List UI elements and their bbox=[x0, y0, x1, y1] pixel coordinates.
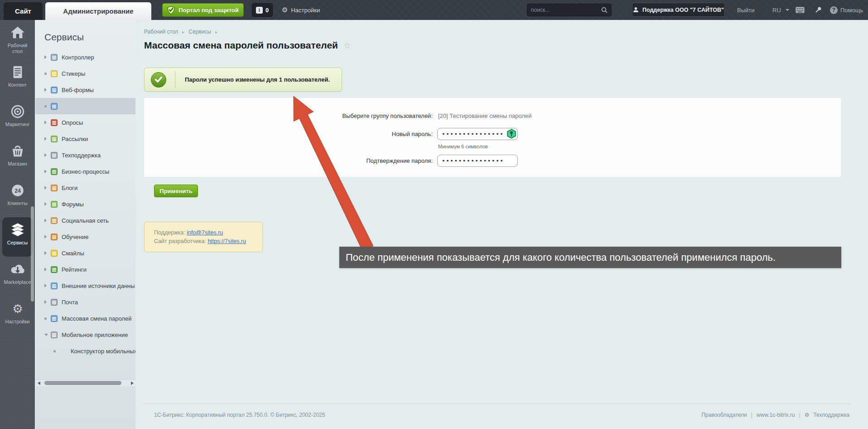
search-icon[interactable] bbox=[601, 7, 608, 13]
tree-marker-icon[interactable] bbox=[44, 235, 51, 239]
sidebar-item[interactable]: Веб-формы bbox=[35, 82, 135, 98]
desktop-icon bbox=[10, 24, 25, 41]
sidebar-item[interactable]: Форумы bbox=[35, 196, 135, 212]
new-password-input[interactable] bbox=[437, 128, 518, 140]
rail-item[interactable]: Магазин bbox=[2, 138, 33, 178]
sidebar-item[interactable]: Рассылки bbox=[35, 131, 135, 147]
user-icon bbox=[633, 7, 639, 13]
notifications-counter[interactable]: i 0 bbox=[252, 3, 273, 17]
tree-marker-icon[interactable] bbox=[44, 219, 51, 222]
sidebar-item[interactable]: Конструктор мобильных пр bbox=[35, 343, 135, 359]
scroll-left-arrow-icon[interactable] bbox=[38, 381, 40, 385]
topbar-settings-button[interactable]: ⚙ Настройки bbox=[282, 0, 320, 20]
module-rail: Рабочий стол Контент Маркетинг Магазин 2… bbox=[0, 20, 35, 429]
sidebar-item[interactable]: Внешние источники данны bbox=[35, 278, 135, 294]
rail-item[interactable]: Маркетинг bbox=[2, 99, 33, 138]
confirm-password-input[interactable] bbox=[437, 155, 518, 167]
password-generator-icon[interactable] bbox=[506, 129, 516, 139]
sidebar-item[interactable]: Обучение bbox=[35, 229, 135, 245]
tree-marker-icon[interactable] bbox=[44, 88, 51, 92]
sidebar-item[interactable]: Социальная сеть bbox=[35, 212, 135, 229]
mobile-app-icon bbox=[51, 332, 58, 338]
sidebar-item[interactable]: Смайлы bbox=[35, 245, 135, 261]
rail-item[interactable]: 24 Клиенты bbox=[2, 178, 33, 217]
alert-divider bbox=[175, 71, 175, 88]
logout-link[interactable]: Выйти bbox=[737, 0, 755, 20]
breadcrumb-desktop[interactable]: Рабочий стол bbox=[144, 29, 178, 35]
tree-marker-icon[interactable] bbox=[44, 153, 51, 157]
keyboard-layout-button[interactable] bbox=[796, 0, 805, 20]
shield-check-icon bbox=[167, 6, 175, 15]
sidebar-item[interactable]: Техподдержка bbox=[35, 147, 135, 163]
favorite-star-icon[interactable]: ☆ bbox=[343, 40, 351, 51]
sidebar-item[interactable]: Контроллер bbox=[35, 49, 135, 65]
sidebar-item[interactable]: Стикеры bbox=[35, 65, 135, 82]
breadcrumb-services[interactable]: Сервисы bbox=[188, 29, 211, 35]
tree-marker-icon[interactable] bbox=[44, 55, 51, 59]
sidebar-title: Сервисы bbox=[44, 32, 135, 43]
scrollbar-thumb[interactable] bbox=[44, 381, 121, 385]
tree-marker-icon[interactable] bbox=[44, 284, 51, 288]
tech-support-icon bbox=[51, 152, 58, 159]
tree-marker-icon[interactable] bbox=[44, 317, 51, 320]
rail-item[interactable]: Контент bbox=[2, 59, 33, 99]
smiles-icon bbox=[51, 250, 58, 257]
sidebar-item[interactable]: Почта bbox=[35, 294, 135, 310]
scroll-right-arrow-icon[interactable] bbox=[131, 381, 134, 385]
sidebar-item[interactable]: Бизнес-процессы bbox=[35, 163, 135, 180]
social-network-icon bbox=[51, 217, 58, 224]
services-menu: Сервисы Контроллер Стикеры Веб-формы bbox=[35, 20, 135, 429]
tree-marker-icon[interactable] bbox=[53, 350, 60, 352]
rail-item[interactable]: Marketplace bbox=[2, 257, 33, 296]
bitrix-site-link[interactable]: www.1c-bitrix.ru bbox=[757, 412, 795, 418]
pin-panel-button[interactable] bbox=[815, 0, 822, 20]
tree-marker-icon[interactable] bbox=[44, 73, 51, 75]
rights-link[interactable]: Правообладатели bbox=[701, 412, 747, 418]
breadcrumb-separator-icon: ▸ bbox=[182, 29, 184, 34]
rail-item[interactable]: Сервисы bbox=[2, 217, 33, 257]
sidebar-item[interactable]: Массовая смена паролей bbox=[35, 310, 135, 327]
developer-site-link[interactable]: https://7sites.ru bbox=[207, 238, 246, 244]
help-button[interactable]: ? Помощь bbox=[830, 0, 863, 20]
sidebar-vertical-scrollbar-thumb[interactable] bbox=[31, 206, 34, 302]
apply-button[interactable]: Применить bbox=[154, 185, 198, 197]
tree-marker-icon[interactable] bbox=[44, 121, 51, 124]
sidebar-item[interactable] bbox=[35, 98, 135, 114]
tree-marker-icon[interactable] bbox=[44, 251, 51, 255]
current-user-button[interactable]: Поддержка ООО "7 САЙТОВ" bbox=[632, 3, 725, 17]
tree-marker-icon[interactable] bbox=[44, 137, 51, 141]
new-password-field-wrap bbox=[437, 128, 518, 140]
rail-item[interactable]: Рабочий стол bbox=[2, 20, 33, 59]
sidebar-item[interactable]: Опросы bbox=[35, 114, 135, 131]
learning-icon bbox=[51, 234, 58, 240]
confirm-password-label: Подтверждение пароля: bbox=[144, 157, 433, 164]
tree-marker-icon[interactable] bbox=[44, 186, 51, 190]
portal-protected-button[interactable]: Портал под защитой bbox=[162, 3, 244, 17]
pin-icon bbox=[815, 6, 822, 14]
tech-support-link[interactable]: Техподдержка bbox=[813, 412, 849, 418]
store-icon bbox=[10, 142, 25, 160]
confirm-password-field-wrap bbox=[437, 155, 518, 167]
top-bar: Сайт Администрирование Портал под защито… bbox=[0, 0, 868, 20]
tree-marker-icon[interactable] bbox=[44, 202, 51, 206]
new-password-label: Новый пароль: bbox=[144, 131, 433, 137]
tree-marker-icon[interactable] bbox=[44, 300, 51, 304]
keyboard-icon bbox=[796, 7, 805, 13]
settings-icon: ⚙ bbox=[10, 300, 25, 317]
tab-site[interactable]: Сайт bbox=[4, 2, 43, 20]
tab-administration[interactable]: Администрирование bbox=[45, 2, 151, 20]
main-content: Рабочий стол ▸ Сервисы ▸ Массовая смена … bbox=[135, 20, 868, 429]
search-input[interactable] bbox=[531, 7, 601, 13]
tree-marker-icon[interactable] bbox=[44, 170, 51, 173]
support-email-link[interactable]: info@7sites.ru bbox=[187, 229, 223, 236]
info-icon: i bbox=[256, 7, 263, 14]
tree-marker-icon[interactable] bbox=[44, 268, 51, 271]
rail-item[interactable]: ⚙ Настройки bbox=[2, 296, 33, 336]
sidebar-item[interactable]: Рейтинги bbox=[35, 261, 135, 278]
sidebar-item[interactable]: Мобильное приложение bbox=[35, 327, 135, 343]
content-icon bbox=[10, 63, 25, 81]
tree-marker-icon[interactable] bbox=[44, 334, 51, 336]
tree-marker-icon[interactable] bbox=[44, 105, 51, 107]
sidebar-item[interactable]: Блоги bbox=[35, 180, 135, 196]
language-selector[interactable]: RU bbox=[772, 0, 789, 20]
